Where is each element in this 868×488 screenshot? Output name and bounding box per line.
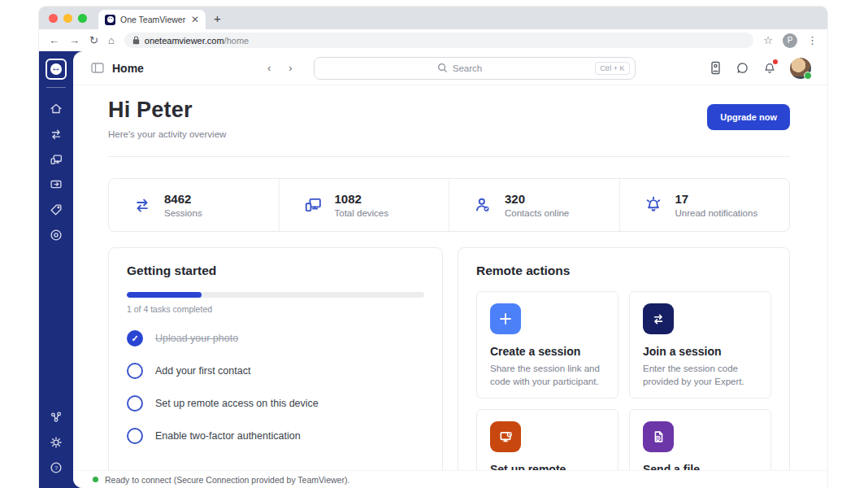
stat-sessions: 8462 Sessions xyxy=(109,179,280,231)
sidebar-item-insights[interactable] xyxy=(44,222,68,247)
teamviewer-favicon-icon xyxy=(105,15,115,25)
task-label: Enable two-factor authentication xyxy=(155,430,301,442)
minimize-window-button[interactable] xyxy=(63,14,72,23)
nodes-icon xyxy=(49,410,63,425)
task-enable-2fa[interactable]: ✓ Enable two-factor authentication xyxy=(127,428,424,444)
stat-value: 320 xyxy=(505,192,569,206)
task-setup-remote-access[interactable]: ✓ Set up remote access on this device xyxy=(127,395,424,412)
devices-icon xyxy=(49,152,63,167)
forward-icon[interactable]: → xyxy=(69,34,80,46)
main-panel: Home ‹ › Search Ctrl + K xyxy=(73,51,827,488)
search-label: Search xyxy=(453,63,482,73)
task-label: Add your first contact xyxy=(155,365,250,377)
join-session-tile[interactable]: Join a session Enter the session code pr… xyxy=(629,291,771,399)
task-upload-photo[interactable]: ✓ Upload your photo xyxy=(127,330,424,346)
notifications-bell-icon[interactable] xyxy=(763,61,776,75)
tile-description: Enter the session code provided by your … xyxy=(643,362,757,388)
new-tab-button[interactable]: + xyxy=(214,11,221,25)
stat-unread-notifications: 17 Unread notifications xyxy=(620,179,790,231)
target-icon xyxy=(49,228,63,242)
sidebar-item-devices[interactable] xyxy=(44,146,68,172)
app-header: Home ‹ › Search Ctrl + K xyxy=(73,51,827,85)
status-text: Ready to connect (Secure Connection prov… xyxy=(105,475,349,485)
teamviewer-app: ? Home ‹ › Sea xyxy=(39,51,827,488)
task-add-contact[interactable]: ✓ Add your first contact xyxy=(127,363,424,379)
nav-back-icon[interactable]: ‹ xyxy=(267,62,271,74)
create-session-tile[interactable]: Create a session Share the session link … xyxy=(476,291,618,399)
stat-value: 17 xyxy=(675,192,758,206)
sidebar-item-home[interactable] xyxy=(44,96,68,121)
sidebar: ? xyxy=(39,51,73,488)
sidebar-item-sessions[interactable] xyxy=(44,121,68,146)
sidebar-item-integrations[interactable] xyxy=(44,404,68,429)
sidebar-toggle-icon[interactable] xyxy=(91,63,104,73)
upgrade-now-button[interactable]: Upgrade now xyxy=(707,104,790,130)
plus-icon xyxy=(490,303,521,334)
browser-menu-icon[interactable]: ⋮ xyxy=(807,34,818,46)
task-checkbox[interactable]: ✓ xyxy=(127,330,143,346)
tab-close-icon[interactable]: ✕ xyxy=(191,14,199,25)
nav-forward-icon[interactable]: › xyxy=(289,62,292,74)
device-auth-icon[interactable] xyxy=(710,61,722,75)
lock-icon xyxy=(132,36,140,45)
sidebar-bottom: ? xyxy=(44,404,68,488)
getting-started-card: Getting started 1 of 4 tasks completed ✓… xyxy=(108,247,443,477)
sidebar-item-settings[interactable] xyxy=(44,429,68,455)
sidebar-item-remote-support[interactable] xyxy=(44,172,68,197)
tag-icon xyxy=(49,203,63,217)
status-dot-icon xyxy=(93,477,98,482)
send-file-tile[interactable]: Send a file Share files with your contac… xyxy=(629,409,771,477)
browser-tab[interactable]: One TeamViewer ✕ xyxy=(98,10,206,29)
section-divider xyxy=(108,156,790,157)
stat-label: Unread notifications xyxy=(675,208,758,218)
tile-title: Join a session xyxy=(643,345,757,358)
search-input[interactable]: Search Ctrl + K xyxy=(314,57,636,80)
tab-title: One TeamViewer xyxy=(120,15,186,24)
stat-value: 8462 xyxy=(164,192,202,206)
devices-icon xyxy=(302,194,323,216)
sidebar-divider xyxy=(46,87,66,88)
teamviewer-logo-icon[interactable] xyxy=(46,59,67,80)
browser-profile-avatar[interactable]: P xyxy=(783,33,797,48)
window-controls[interactable] xyxy=(49,14,87,23)
sessions-icon xyxy=(49,127,63,142)
check-icon: ✓ xyxy=(131,333,138,344)
task-checkbox[interactable]: ✓ xyxy=(127,363,143,379)
progress-fill xyxy=(127,292,202,298)
stat-label: Sessions xyxy=(164,208,202,218)
browser-toolbar: ← → ↻ ⌂ oneteamviewer.com/home ☆ P ⋮ xyxy=(39,29,827,51)
chat-icon[interactable] xyxy=(736,61,749,75)
reload-icon[interactable]: ↻ xyxy=(89,34,98,46)
remote-actions-grid: Create a session Share the session link … xyxy=(476,291,771,477)
setup-remote-access-tile[interactable]: Set up remote access Set up this device … xyxy=(476,409,618,477)
task-label: Set up remote access on this device xyxy=(155,398,319,409)
task-label: Upload your photo xyxy=(155,333,238,344)
stat-total-devices: 1082 Total devices xyxy=(280,179,450,231)
task-checkbox[interactable]: ✓ xyxy=(127,428,143,444)
back-icon[interactable]: ← xyxy=(49,34,59,46)
progress-bar xyxy=(127,292,424,298)
sidebar-item-help[interactable]: ? xyxy=(44,455,68,480)
zoom-window-button[interactable] xyxy=(78,14,87,23)
connection-status-bar: Ready to connect (Secure Connection prov… xyxy=(73,470,827,488)
user-avatar[interactable] xyxy=(790,58,811,79)
search-shortcut-badge: Ctrl + K xyxy=(595,62,629,75)
task-checkbox[interactable]: ✓ xyxy=(127,395,143,412)
page-title: Home xyxy=(112,62,144,75)
screen-share-icon xyxy=(49,177,63,192)
swap-arrows-icon xyxy=(643,303,674,334)
tile-title: Create a session xyxy=(490,345,605,358)
remote-actions-card: Remote actions Create a session Share th… xyxy=(458,247,790,477)
tab-strip: One TeamViewer ✕ + xyxy=(39,7,827,29)
address-bar[interactable]: oneteamviewer.com/home xyxy=(124,33,754,48)
stat-label: Contacts online xyxy=(505,208,569,218)
home-icon[interactable]: ⌂ xyxy=(108,34,115,46)
sidebar-item-custom-modules[interactable] xyxy=(44,197,68,222)
home-content: Hi Peter Here's your activity overview U… xyxy=(73,98,827,477)
contacts-icon xyxy=(472,194,493,216)
close-window-button[interactable] xyxy=(49,14,58,23)
home-icon xyxy=(49,102,63,116)
remote-actions-title: Remote actions xyxy=(476,264,771,278)
bookmark-star-icon[interactable]: ☆ xyxy=(763,34,773,46)
stat-value: 1082 xyxy=(335,192,388,206)
